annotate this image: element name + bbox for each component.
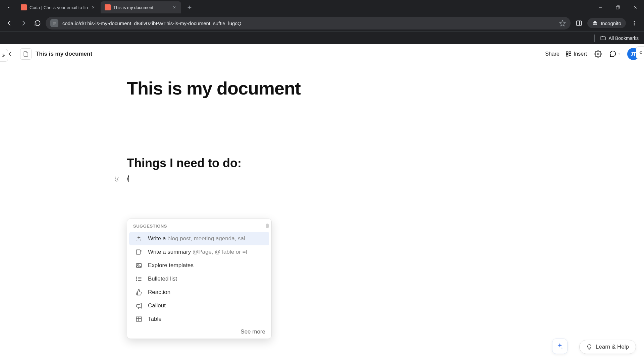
suggestion-write[interactable]: Write a blog post, meeting agenda, sal [129,232,269,245]
see-more-button[interactable]: See more [127,326,271,337]
settings-button[interactable] [593,49,603,59]
insert-label: Insert [574,51,587,57]
popup-scrollbar[interactable] [266,224,269,228]
svg-point-12 [137,277,137,278]
app-header: This is my document Share Insert JT [0,44,644,64]
suggestion-label: Callout [148,302,166,309]
drag-handle-icon[interactable] [113,176,120,182]
chevron-down-icon [617,52,621,56]
suggestion-hint: @Page, @Table or =f [193,249,248,255]
coda-favicon [105,4,111,10]
suggestion-label: Table [148,316,162,322]
suggestion-reaction[interactable]: Reaction [129,286,269,299]
list-icon [135,275,143,283]
all-bookmarks-label: All Bookmarks [609,36,639,41]
browser-tab-1[interactable]: Coda | Check your email to fin [17,1,100,13]
svg-rect-5 [566,52,568,53]
incognito-indicator[interactable]: Incognito [587,18,626,28]
suggestion-templates[interactable]: Explore templates [129,259,269,272]
expand-sidebar-left[interactable] [0,49,8,62]
thumbs-up-icon [135,289,143,296]
svg-point-8 [597,53,599,55]
divider [594,35,595,42]
coda-favicon [21,4,27,10]
url-bar[interactable]: coda.io/d/This-is-my-document_d84lv0ZibP… [46,17,571,29]
gear-icon [594,50,602,58]
back-button[interactable] [3,17,15,29]
svg-point-4 [634,24,635,25]
reload-button[interactable] [32,17,44,29]
folder-icon [600,35,606,41]
sparkle-icon [556,343,564,350]
learn-help-button[interactable]: Learn & Help [579,340,636,354]
window-controls [592,0,644,15]
insert-button[interactable]: Insert [566,51,587,57]
suggestion-bulleted-list[interactable]: Bulleted list [129,272,269,286]
page-title[interactable]: This is my document [127,78,644,99]
table-icon [135,315,143,323]
close-window-button[interactable] [627,0,644,15]
svg-point-14 [137,280,137,281]
learn-help-label: Learn & Help [596,344,629,350]
all-bookmarks-button[interactable]: All Bookmarks [600,35,639,41]
lightbulb-icon [586,344,592,350]
browser-tab-2[interactable]: This is my document [101,1,181,13]
slash-command-line[interactable]: / [127,175,644,182]
summary-icon [135,248,143,256]
suggestion-label: Explore templates [148,262,194,269]
svg-point-2 [634,21,635,22]
url-text: coda.io/d/This-is-my-document_d84lv0ZibP… [62,20,555,26]
header-doc-title[interactable]: This is my document [36,51,92,57]
incognito-icon [592,20,598,26]
comments-button[interactable] [609,50,621,58]
text-caret [128,175,129,182]
svg-rect-15 [137,317,142,321]
svg-point-13 [137,279,137,279]
comment-icon [609,50,616,58]
forward-button[interactable] [17,17,30,29]
bookmark-star-icon[interactable] [559,20,566,26]
app-area: This is my document Share Insert JT This… [0,44,644,362]
suggestion-hint: blog post, meeting agenda, sal [167,235,245,242]
suggestions-header: SUGGESTIONS [127,224,271,232]
suggestion-label: Write a summary [148,249,193,255]
svg-point-3 [634,23,635,24]
section-heading[interactable]: Things I need to do: [127,156,644,170]
svg-rect-0 [616,6,619,9]
close-icon[interactable] [91,5,96,10]
suggestion-label: Reaction [148,289,170,296]
site-info-icon[interactable] [50,19,58,27]
minimize-button[interactable] [592,0,609,15]
tab-title: This is my document [113,5,169,10]
close-icon[interactable] [172,5,177,10]
expand-sidebar-right[interactable] [636,46,644,59]
share-button[interactable]: Share [545,51,559,57]
suggestions-popup: SUGGESTIONS Write a blog post, meeting a… [127,219,272,339]
svg-rect-7 [566,54,568,56]
suggestion-label: Write a [148,235,167,242]
grid-plus-icon [566,51,572,57]
svg-rect-9 [137,250,141,254]
document-icon[interactable] [20,48,32,60]
suggestion-table[interactable]: Table [129,312,269,326]
svg-rect-1 [577,21,582,25]
ai-assist-button[interactable] [552,339,568,354]
side-panel-icon[interactable] [573,17,585,29]
suggestion-summary[interactable]: Write a summary @Page, @Table or =f [129,245,269,259]
incognito-label: Incognito [601,20,621,26]
tab-bar: Coda | Check your email to fin This is m… [0,0,644,15]
svg-rect-6 [569,52,571,53]
bookmarks-bar: All Bookmarks [0,32,644,44]
document-body[interactable]: This is my document Things I need to do:… [0,64,644,182]
new-tab-button[interactable] [184,2,195,12]
tab-title: Coda | Check your email to fin [30,5,88,10]
image-icon [135,262,143,269]
tab-search-dropdown[interactable] [3,1,15,13]
sparkle-icon [135,235,143,242]
address-bar: coda.io/d/This-is-my-document_d84lv0ZibP… [0,15,644,32]
browser-menu-icon[interactable] [628,17,641,29]
megaphone-icon [135,302,143,309]
maximize-button[interactable] [609,0,627,15]
suggestion-callout[interactable]: Callout [129,299,269,312]
suggestion-label: Bulleted list [148,276,177,282]
